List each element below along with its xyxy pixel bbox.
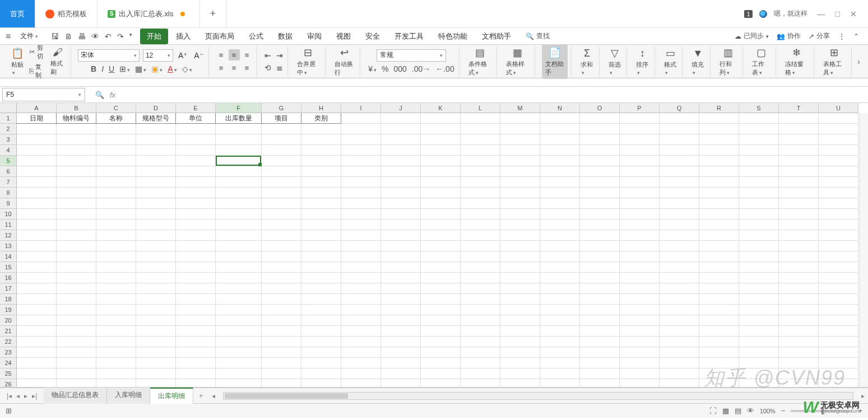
sync-status[interactable]: ☁已同步▾	[735, 31, 769, 41]
cell[interactable]	[176, 198, 216, 209]
cell[interactable]	[461, 198, 500, 209]
cell[interactable]	[341, 273, 381, 283]
filter-button[interactable]: ▽筛选	[606, 46, 624, 77]
cell[interactable]	[421, 230, 461, 241]
cell[interactable]	[699, 283, 739, 294]
cell[interactable]	[540, 251, 580, 262]
cell[interactable]	[421, 262, 461, 273]
cell[interactable]	[262, 251, 301, 262]
cell[interactable]	[699, 124, 739, 134]
row-header-8[interactable]: 8	[0, 188, 17, 198]
cell[interactable]	[421, 326, 461, 337]
column-header-K[interactable]: K	[421, 103, 461, 113]
cell[interactable]	[739, 198, 779, 209]
cell[interactable]	[620, 156, 660, 166]
cell[interactable]	[176, 347, 216, 358]
cell[interactable]	[580, 134, 620, 145]
cell[interactable]	[341, 379, 381, 388]
cell[interactable]	[96, 294, 136, 305]
cell[interactable]	[176, 358, 216, 368]
cell[interactable]	[620, 379, 660, 388]
cell[interactable]	[660, 347, 699, 358]
hscroll-left[interactable]: ◂	[208, 392, 219, 400]
cell[interactable]	[57, 166, 96, 177]
format-button[interactable]: ▭格式	[662, 46, 679, 77]
cell[interactable]	[779, 124, 819, 134]
cell[interactable]	[341, 156, 381, 166]
cell[interactable]	[540, 134, 580, 145]
cell[interactable]: 出库数量	[216, 113, 262, 124]
cell[interactable]	[779, 368, 819, 379]
cell[interactable]	[176, 379, 216, 388]
cell[interactable]	[580, 273, 620, 283]
view-normal-icon[interactable]: ▦	[722, 407, 729, 415]
text-direction-icon[interactable]: ≣	[275, 63, 284, 73]
cell[interactable]	[779, 241, 819, 251]
cell[interactable]	[779, 358, 819, 368]
cell[interactable]	[699, 251, 739, 262]
cell[interactable]	[620, 262, 660, 273]
menu-tab-formula[interactable]: 公式	[242, 29, 270, 44]
cell[interactable]	[176, 368, 216, 379]
cell[interactable]	[216, 134, 262, 145]
cell[interactable]	[580, 262, 620, 273]
cell[interactable]	[381, 347, 421, 358]
cell[interactable]	[96, 358, 136, 368]
new-tab-button[interactable]: +	[200, 0, 227, 27]
cell[interactable]	[57, 188, 96, 198]
cell[interactable]	[176, 166, 216, 177]
cell[interactable]	[660, 209, 699, 220]
cell[interactable]	[739, 337, 779, 347]
cell[interactable]	[136, 347, 176, 358]
cell[interactable]	[819, 347, 858, 358]
cell[interactable]	[136, 273, 176, 283]
cell[interactable]	[57, 220, 96, 230]
cell[interactable]	[341, 209, 381, 220]
cell[interactable]	[620, 294, 660, 305]
cell[interactable]	[620, 230, 660, 241]
percent-icon[interactable]: %	[380, 64, 389, 74]
column-header-H[interactable]: H	[301, 103, 341, 113]
column-header-D[interactable]: D	[136, 103, 176, 113]
cell[interactable]	[341, 305, 381, 315]
row-header-4[interactable]: 4	[0, 145, 17, 156]
menu-tab-devtools[interactable]: 开发工具	[388, 29, 430, 44]
cell[interactable]	[660, 230, 699, 241]
cell[interactable]	[176, 326, 216, 337]
fx-icon[interactable]: fx	[110, 91, 119, 99]
cell[interactable]	[660, 315, 699, 326]
cell[interactable]	[136, 315, 176, 326]
cell[interactable]	[57, 273, 96, 283]
hamburger-icon[interactable]: ≡	[6, 31, 13, 41]
cell[interactable]	[216, 262, 262, 273]
currency-icon[interactable]: ¥	[367, 64, 378, 74]
cell[interactable]	[779, 177, 819, 188]
cell[interactable]	[580, 220, 620, 230]
cell[interactable]	[461, 379, 500, 388]
cell[interactable]	[540, 198, 580, 209]
more-icon[interactable]: ⋮	[838, 32, 846, 41]
cell[interactable]	[500, 262, 540, 273]
cell[interactable]	[136, 230, 176, 241]
sheet-nav-prev[interactable]: ◂	[16, 392, 20, 400]
cell[interactable]	[216, 145, 262, 156]
cell[interactable]	[620, 241, 660, 251]
cell[interactable]	[96, 145, 136, 156]
row-header-1[interactable]: 1	[0, 113, 17, 124]
cell[interactable]	[779, 294, 819, 305]
zoom-value[interactable]: 100%	[760, 408, 776, 414]
cell[interactable]	[381, 113, 421, 124]
cell[interactable]	[57, 358, 96, 368]
cell[interactable]	[262, 188, 301, 198]
cell[interactable]	[540, 220, 580, 230]
cell[interactable]	[739, 294, 779, 305]
cell[interactable]	[216, 337, 262, 347]
cell[interactable]	[301, 166, 341, 177]
cell[interactable]	[262, 283, 301, 294]
cell[interactable]	[461, 209, 500, 220]
cell[interactable]	[540, 273, 580, 283]
cell[interactable]	[620, 134, 660, 145]
cell[interactable]	[96, 337, 136, 347]
cell[interactable]	[580, 305, 620, 315]
cell[interactable]	[301, 368, 341, 379]
